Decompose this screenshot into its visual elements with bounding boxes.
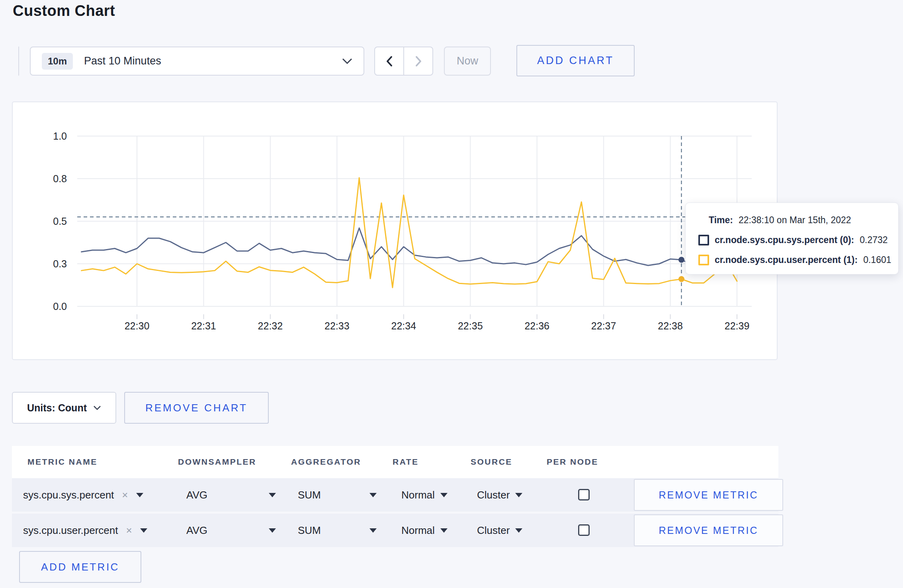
next-interval-button[interactable]: [403, 47, 432, 75]
source-value: Cluster: [477, 524, 510, 537]
svg-text:22:34: 22:34: [391, 320, 416, 331]
svg-text:22:38: 22:38: [658, 320, 683, 331]
tooltip-series-value: 0.2732: [860, 235, 887, 245]
clear-metric-icon[interactable]: ×: [122, 489, 128, 501]
tooltip-series-label: cr.node.sys.cpu.sys.percent (0):: [715, 235, 854, 245]
now-button[interactable]: Now: [444, 47, 491, 76]
col-header-rate: RATE: [393, 457, 419, 467]
clear-metric-icon[interactable]: ×: [126, 524, 132, 537]
col-header-downsampler: DOWNSAMPLER: [178, 457, 256, 467]
add-metric-button[interactable]: ADD METRIC: [19, 551, 141, 583]
svg-text:22:39: 22:39: [725, 320, 750, 331]
metric-name-value: sys.cpu.user.percent: [23, 524, 118, 537]
remove-metric-button[interactable]: REMOVE METRIC: [634, 514, 783, 546]
aggregator-dropdown-caret[interactable]: [369, 493, 377, 497]
chevron-right-icon: [416, 57, 420, 66]
col-header-aggregator: AGGREGATOR: [291, 457, 361, 467]
per-node-checkbox[interactable]: [578, 524, 590, 536]
toolbar-divider: [18, 47, 19, 76]
time-range-dropdown[interactable]: 10m Past 10 Minutes: [30, 47, 364, 76]
svg-text:22:32: 22:32: [258, 320, 283, 331]
downsampler-dropdown-caret[interactable]: [269, 493, 276, 497]
add-chart-button[interactable]: ADD CHART: [516, 45, 635, 76]
remove-metric-button[interactable]: REMOVE METRIC: [634, 479, 783, 511]
chevron-down-icon: [342, 58, 352, 64]
time-nav-group: [374, 47, 433, 76]
series-sys-legend-swatch: [698, 235, 709, 245]
col-header-per-node: PER NODE: [547, 457, 598, 467]
tooltip-time-value: 22:38:10 on Mar 15th, 2022: [739, 215, 851, 226]
metric-name-value: sys.cpu.sys.percent: [23, 489, 114, 501]
source-dropdown-caret[interactable]: [515, 528, 522, 533]
series-user-legend-swatch: [698, 255, 709, 265]
tooltip-series-label: cr.node.sys.cpu.user.percent (1):: [715, 255, 858, 265]
units-dropdown[interactable]: Units: Count: [12, 392, 116, 424]
metric-name-dropdown-caret[interactable]: [140, 528, 147, 533]
downsampler-dropdown-caret[interactable]: [269, 528, 276, 533]
downsampler-value: AVG: [186, 524, 207, 537]
tooltip-series-value: 0.1601: [863, 255, 891, 265]
svg-text:22:35: 22:35: [458, 320, 483, 331]
svg-text:22:31: 22:31: [191, 320, 216, 331]
page-title: Custom Chart: [13, 2, 115, 19]
chevron-left-icon: [387, 57, 391, 66]
source-value: Cluster: [477, 489, 510, 501]
rate-dropdown-caret[interactable]: [440, 528, 448, 533]
svg-text:0.0: 0.0: [53, 301, 67, 312]
svg-text:0.8: 0.8: [53, 173, 67, 184]
chart-hover-tooltip: Time: 22:38:10 on Mar 15th, 2022 cr.node…: [685, 202, 899, 275]
metrics-table-header: METRIC NAME DOWNSAMPLER AGGREGATOR RATE …: [12, 446, 778, 479]
time-range-badge: 10m: [42, 53, 73, 70]
svg-text:0.5: 0.5: [53, 216, 67, 227]
source-dropdown-caret[interactable]: [515, 493, 522, 497]
units-label: Units: Count: [27, 402, 87, 414]
svg-text:22:36: 22:36: [524, 320, 549, 331]
metric-name-dropdown-caret[interactable]: [136, 493, 143, 497]
rate-value: Normal: [401, 524, 435, 537]
tooltip-time-label: Time:: [709, 215, 733, 226]
svg-text:22:37: 22:37: [591, 320, 616, 331]
aggregator-value: SUM: [298, 489, 321, 501]
rate-value: Normal: [401, 489, 435, 501]
metric-table-row: sys.cpu.sys.percent × AVG SUM Normal Clu…: [12, 478, 778, 512]
svg-text:22:33: 22:33: [324, 320, 350, 331]
rate-dropdown-caret[interactable]: [440, 493, 448, 497]
svg-text:1.0: 1.0: [53, 130, 67, 142]
chart-svg[interactable]: 1.00.80.50.30.022:3022:3122:3222:3322:34…: [12, 99, 778, 361]
prev-interval-button[interactable]: [375, 47, 403, 75]
col-header-metric-name: METRIC NAME: [27, 457, 98, 467]
svg-text:0.3: 0.3: [53, 258, 67, 269]
remove-chart-button[interactable]: REMOVE CHART: [124, 392, 269, 424]
col-header-source: SOURCE: [471, 457, 512, 467]
svg-text:22:30: 22:30: [125, 320, 150, 331]
aggregator-dropdown-caret[interactable]: [369, 528, 377, 533]
chevron-down-icon: [93, 405, 101, 411]
per-node-checkbox[interactable]: [578, 489, 590, 500]
time-range-label: Past 10 Minutes: [84, 55, 161, 67]
downsampler-value: AVG: [186, 489, 207, 501]
aggregator-value: SUM: [298, 524, 321, 537]
metric-table-row: sys.cpu.user.percent × AVG SUM Normal Cl…: [12, 514, 778, 547]
